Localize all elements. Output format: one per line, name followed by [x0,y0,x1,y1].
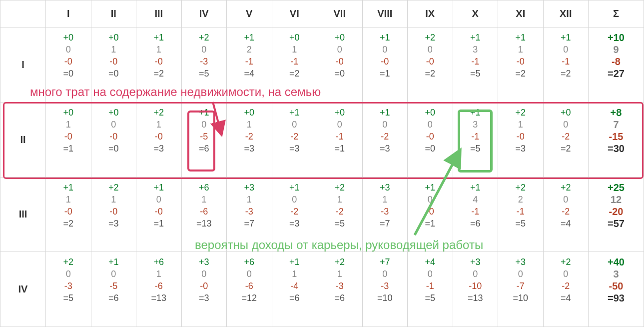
arrow-green-icon [0,0,644,327]
svg-line-1 [415,151,460,235]
